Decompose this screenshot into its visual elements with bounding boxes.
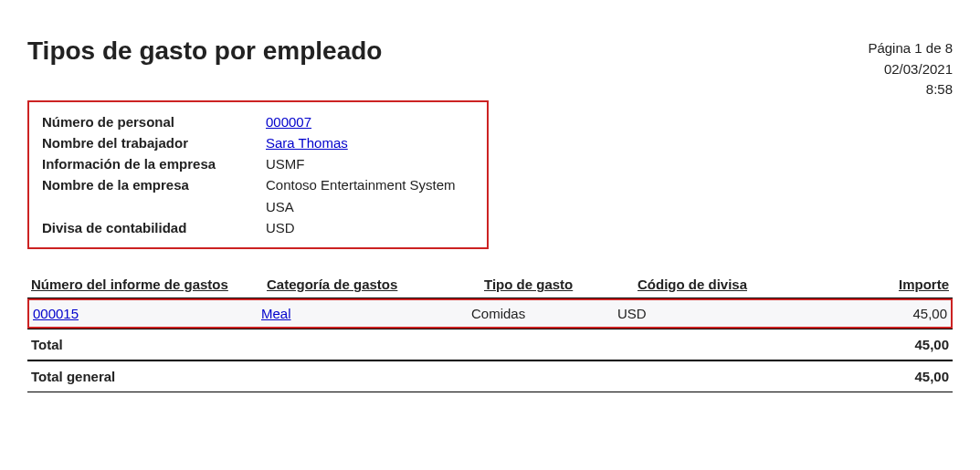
company-name-value: Contoso Entertainment System USA	[266, 174, 456, 217]
company-info-value: USMF	[266, 153, 305, 174]
page-meta: Página 1 de 8 02/03/2021 8:58	[868, 38, 953, 100]
page-title: Tipos de gasto por empleado	[27, 37, 382, 66]
page-time: 8:58	[868, 79, 953, 100]
company-name-line2: USA	[266, 196, 456, 217]
company-info-label: Información de la empresa	[42, 153, 266, 174]
company-name-label: Nombre de la empresa	[42, 174, 266, 195]
expense-table: Número del informe de gastos Categoría d…	[27, 271, 953, 392]
worker-name-link[interactable]: Sara Thomas	[266, 135, 348, 151]
col-currency-code: Código de divisa	[634, 271, 824, 298]
page-indicator: Página 1 de 8	[868, 38, 953, 59]
company-name-line1: Contoso Entertainment System	[266, 174, 456, 195]
personnel-number-link[interactable]: 000007	[266, 114, 311, 130]
grand-total-value: 45,00	[824, 361, 953, 392]
currency-code-value: USD	[617, 306, 800, 321]
col-expense-category: Categoría de gastos	[263, 271, 480, 298]
accounting-currency-label: Divisa de contabilidad	[42, 217, 266, 238]
worker-name-label: Nombre del trabajador	[42, 132, 266, 153]
grand-total-row: Total general 45,00	[27, 361, 953, 392]
expense-category-link[interactable]: Meal	[261, 306, 291, 321]
total-value: 45,00	[824, 329, 953, 360]
accounting-currency-value: USD	[266, 217, 295, 238]
grand-total-label: Total general	[27, 361, 824, 392]
total-label: Total	[27, 329, 824, 360]
personnel-number-label: Número de personal	[42, 111, 266, 132]
col-amount: Importe	[824, 271, 953, 298]
page-date: 02/03/2021	[868, 59, 953, 80]
report-number-link[interactable]: 000015	[33, 306, 79, 321]
employee-info-box: Número de personal 000007 Nombre del tra…	[27, 100, 489, 250]
table-row: 000015 Meal Comidas USD 45,00	[27, 298, 953, 329]
expense-type-value: Comidas	[471, 306, 617, 321]
amount-value: 45,00	[800, 306, 947, 321]
col-report-number: Número del informe de gastos	[27, 271, 263, 298]
total-row: Total 45,00	[27, 329, 953, 360]
col-expense-type: Tipo de gasto	[480, 271, 634, 298]
